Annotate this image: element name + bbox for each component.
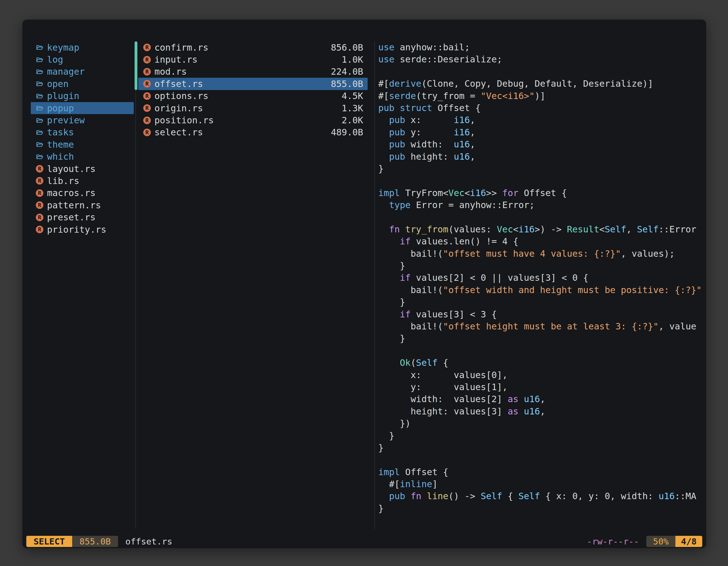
rust-file-icon: R — [36, 165, 43, 173]
status-filename: offset.rs — [125, 536, 172, 546]
rust-file-icon: R — [36, 177, 43, 185]
rust-file-icon: R — [143, 56, 151, 64]
dir-name: which — [47, 151, 74, 162]
file-row[interactable]: R position.rs 2.0K — [138, 114, 368, 126]
pane-separator-right — [374, 41, 375, 529]
code-line — [378, 454, 702, 466]
file-name: offset.rs — [154, 79, 203, 89]
file-row[interactable]: R input.rs 1.0K — [138, 53, 368, 65]
parent-pane: keymap log manager open — [22, 41, 135, 236]
sidebar-dir-item[interactable]: open — [31, 78, 134, 90]
file-name: select.rs — [154, 127, 203, 138]
rust-file-icon: R — [143, 92, 151, 100]
cursor-position-badge: 4/8 — [675, 536, 702, 547]
code-line: pub height: u16, — [378, 151, 702, 163]
sidebar-file-item[interactable]: R layout.rs — [31, 163, 134, 175]
sidebar-dir-item[interactable]: theme — [31, 139, 134, 151]
status-bar: SELECT 855.0B offset.rs -rw-r--r-- 50% 4… — [26, 536, 702, 547]
file-row[interactable]: R offset.rs 855.0B — [138, 78, 368, 90]
current-pane: R confirm.rs 856.0B R input.rs 1.0K R mo… — [138, 41, 368, 139]
code-line: y: values[1], — [378, 381, 702, 393]
sidebar-dir-item[interactable]: which — [31, 151, 134, 163]
code-line: } — [378, 332, 702, 344]
code-line: pub width: u16, — [378, 139, 702, 151]
file-row[interactable]: R mod.rs 224.0B — [138, 66, 368, 78]
rust-file-icon: R — [36, 201, 43, 209]
file-name: position.rs — [154, 115, 214, 126]
dir-name: manager — [47, 66, 85, 77]
file-row[interactable]: R origin.rs 1.3K — [138, 102, 368, 114]
code-line: #[derive(Clone, Copy, Debug, Default, De… — [378, 78, 702, 90]
folder-open-icon — [36, 104, 43, 112]
code-line — [378, 66, 702, 78]
code-line: use anyhow::bail; — [378, 41, 702, 53]
sidebar-file-item[interactable]: R preset.rs — [31, 211, 134, 223]
code-content: use anyhow::bail;use serde::Deserialize;… — [378, 41, 702, 515]
file-size: 2.0K — [342, 115, 363, 126]
sidebar-dir-item[interactable]: tasks — [31, 126, 134, 139]
sidebar-file-item[interactable]: R priority.rs — [31, 224, 134, 236]
dir-name: plugin — [47, 91, 79, 101]
sidebar-file-item[interactable]: R macros.rs — [31, 187, 134, 199]
sidebar-dir-item[interactable]: manager — [31, 66, 134, 78]
code-line: x: values[0], — [378, 369, 702, 381]
current-pane-list: R confirm.rs 856.0B R input.rs 1.0K R mo… — [138, 41, 368, 139]
preview-pane: use anyhow::bail;use serde::Deserialize;… — [378, 41, 702, 530]
rust-file-icon: R — [143, 44, 151, 51]
file-name: input.rs — [154, 54, 198, 65]
code-line — [378, 211, 702, 223]
sidebar-dir-item[interactable]: popup — [31, 102, 134, 114]
code-line: height: values[3] as u16, — [378, 405, 702, 417]
file-size: 855.0B — [331, 79, 363, 89]
status-right-group: -rw-r--r-- 50% 4/8 — [587, 536, 702, 547]
rust-file-icon: R — [143, 129, 151, 136]
sidebar-dir-item[interactable]: log — [31, 53, 134, 65]
code-line: pub fn line() -> Self { Self { x: 0, y: … — [378, 490, 702, 502]
file-name: lib.rs — [47, 176, 79, 186]
file-name: macros.rs — [47, 188, 95, 198]
rust-file-icon: R — [36, 226, 43, 233]
sidebar-dir-item[interactable]: keymap — [31, 41, 134, 53]
terminal-window: keymap log manager open — [22, 20, 706, 548]
code-line: bail!("offset must have 4 values: {:?}",… — [378, 248, 702, 260]
file-row[interactable]: R options.rs 4.5K — [138, 90, 368, 102]
code-line: #[inline] — [378, 478, 702, 490]
rust-file-icon: R — [143, 104, 151, 112]
sidebar-file-item[interactable]: R pattern.rs — [31, 199, 134, 211]
file-row[interactable]: R confirm.rs 856.0B — [138, 41, 368, 53]
file-name: priority.rs — [47, 224, 106, 235]
scrollbar-thumb[interactable] — [135, 41, 137, 90]
dir-name: theme — [47, 139, 74, 150]
code-line: bail!("offset width and height must be p… — [378, 284, 702, 296]
file-permissions: -rw-r--r-- — [587, 536, 639, 546]
dir-name: open — [47, 79, 69, 89]
folder-open-icon — [36, 44, 43, 51]
dir-name: preview — [47, 115, 85, 126]
file-name: options.rs — [154, 91, 208, 101]
dir-name: tasks — [47, 127, 74, 138]
file-name: mod.rs — [154, 66, 187, 77]
file-name: pattern.rs — [47, 200, 101, 211]
code-line: }) — [378, 417, 702, 429]
file-size-badge: 855.0B — [72, 536, 118, 547]
sidebar-dir-item[interactable]: preview — [31, 114, 134, 126]
file-name: preset.rs — [47, 212, 95, 223]
parent-pane-list: keymap log manager open — [22, 41, 135, 236]
file-size: 856.0B — [331, 42, 363, 53]
sidebar-file-item[interactable]: R lib.rs — [31, 175, 134, 187]
code-line: if values[2] < 0 || values[3] < 0 { — [378, 272, 702, 284]
rust-file-icon: R — [36, 214, 43, 221]
file-row[interactable]: R select.rs 489.0B — [138, 126, 368, 139]
rust-file-icon: R — [143, 68, 151, 76]
code-line: pub x: i16, — [378, 114, 702, 126]
file-size: 1.0K — [342, 54, 363, 65]
code-line: } — [378, 260, 702, 272]
code-line: } — [378, 163, 702, 175]
sidebar-dir-item[interactable]: plugin — [31, 90, 134, 102]
code-line: use serde::Deserialize; — [378, 53, 702, 65]
folder-open-icon — [36, 129, 43, 136]
folder-open-icon — [36, 153, 43, 161]
code-line: Ok(Self { — [378, 357, 702, 369]
code-line: width: values[2] as u16, — [378, 393, 702, 405]
folder-open-icon — [36, 117, 43, 124]
